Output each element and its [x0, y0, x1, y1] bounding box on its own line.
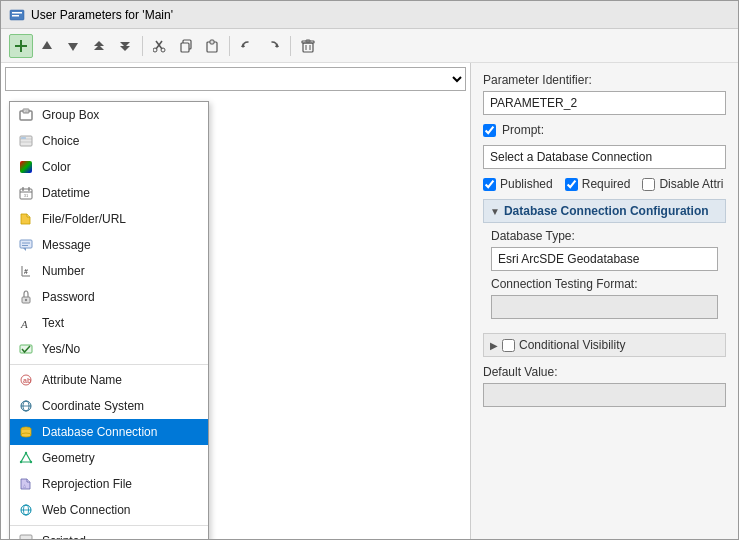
- menu-item-coordinate-system[interactable]: Coordinate System: [10, 393, 208, 419]
- menu-item-datetime[interactable]: 31 Datetime: [10, 180, 208, 206]
- conditional-visibility-title: Conditional Visibility: [519, 338, 626, 352]
- db-type-input[interactable]: [491, 247, 718, 271]
- menu-item-label: Coordinate System: [42, 399, 144, 413]
- menu-item-label: Database Connection: [42, 425, 157, 439]
- menu-item-label: Datetime: [42, 186, 90, 200]
- web-connection-icon: [18, 502, 34, 518]
- parameter-identifier-input[interactable]: [483, 91, 726, 115]
- menu-item-database-connection[interactable]: Database Connection: [10, 419, 208, 445]
- menu-item-label: Yes/No: [42, 342, 80, 356]
- message-icon: [18, 237, 34, 253]
- title-bar: User Parameters for 'Main': [1, 1, 738, 29]
- published-label: Published: [500, 177, 553, 191]
- db-config-content: Database Type: Connection Testing Format…: [483, 223, 726, 325]
- cut-button[interactable]: [148, 34, 172, 58]
- menu-item-group-box[interactable]: GB Group Box: [10, 102, 208, 128]
- menu-item-label: Text: [42, 316, 64, 330]
- svg-rect-21: [303, 43, 313, 52]
- file-icon: [18, 211, 34, 227]
- prompt-input[interactable]: [483, 145, 726, 169]
- menu-item-geometry[interactable]: Geometry: [10, 445, 208, 471]
- svg-text:A: A: [20, 318, 28, 330]
- svg-rect-4: [15, 45, 27, 47]
- svg-rect-18: [210, 40, 214, 44]
- menu-item-file[interactable]: File/Folder/URL: [10, 206, 208, 232]
- paste-button[interactable]: [200, 34, 224, 58]
- menu-item-number[interactable]: # Number: [10, 258, 208, 284]
- menu-item-text[interactable]: A Text: [10, 310, 208, 336]
- menu-item-label: Group Box: [42, 108, 99, 122]
- svg-rect-2: [12, 15, 19, 17]
- menu-item-attribute-name[interactable]: ab Attribute Name: [10, 367, 208, 393]
- delete-button[interactable]: [296, 34, 320, 58]
- svg-point-14: [161, 48, 165, 52]
- svg-text:>_: >_: [21, 537, 31, 539]
- parameter-select[interactable]: [5, 67, 466, 91]
- window-icon: [9, 7, 25, 23]
- svg-text:31: 31: [24, 193, 29, 198]
- password-icon: [18, 289, 34, 305]
- svg-marker-5: [42, 41, 52, 49]
- menu-divider-1: [10, 364, 208, 365]
- database-connection-icon: [18, 424, 34, 440]
- menu-item-password[interactable]: Password: [10, 284, 208, 310]
- window-title: User Parameters for 'Main': [31, 8, 173, 22]
- menu-item-choice[interactable]: Choice: [10, 128, 208, 154]
- collapse-icon: ▼: [490, 206, 500, 217]
- right-panel: Parameter Identifier: Prompt: Published: [471, 63, 738, 539]
- main-content: GB Group Box Choice: [1, 63, 738, 539]
- move-top-button[interactable]: [87, 34, 111, 58]
- menu-item-label: Password: [42, 290, 95, 304]
- menu-item-label: Attribute Name: [42, 373, 122, 387]
- move-down-button[interactable]: [61, 34, 85, 58]
- separator-1: [142, 36, 143, 56]
- svg-rect-39: [20, 240, 32, 248]
- menu-item-reprojection-file[interactable]: △ Reprojection File: [10, 471, 208, 497]
- scripted-icon: >_: [18, 533, 34, 539]
- published-checkbox[interactable]: [483, 178, 496, 191]
- conditional-visibility-checkbox[interactable]: [502, 339, 515, 352]
- copy-button[interactable]: [174, 34, 198, 58]
- svg-marker-58: [21, 453, 31, 462]
- prompt-row: Prompt:: [483, 123, 726, 137]
- undo-button[interactable]: [235, 34, 259, 58]
- dropdown-menu: GB Group Box Choice: [9, 101, 209, 539]
- menu-item-yesno[interactable]: Yes/No: [10, 336, 208, 362]
- expand-icon: ▶: [490, 340, 498, 351]
- svg-marker-6: [68, 43, 78, 51]
- color-icon: [18, 159, 34, 175]
- move-up-button[interactable]: [35, 34, 59, 58]
- db-config-header[interactable]: ▼ Database Connection Configuration: [483, 199, 726, 223]
- menu-item-scripted[interactable]: >_ Scripted: [10, 528, 208, 539]
- menu-item-message[interactable]: Message: [10, 232, 208, 258]
- menu-item-label: File/Folder/URL: [42, 212, 126, 226]
- menu-item-web-connection[interactable]: Web Connection: [10, 497, 208, 523]
- menu-item-label: Web Connection: [42, 503, 131, 517]
- yesno-icon: [18, 341, 34, 357]
- menu-item-label: Scripted: [42, 534, 86, 539]
- required-label: Required: [582, 177, 631, 191]
- svg-point-57: [21, 433, 31, 437]
- conditional-visibility-header[interactable]: ▶ Conditional Visibility: [483, 333, 726, 357]
- default-value-input[interactable]: [483, 383, 726, 407]
- parameter-identifier-label: Parameter Identifier:: [483, 73, 726, 87]
- options-row: Published Required Disable Attri: [483, 177, 726, 191]
- move-bottom-button[interactable]: [113, 34, 137, 58]
- menu-item-label: Choice: [42, 134, 79, 148]
- connection-testing-input[interactable]: [491, 295, 718, 319]
- svg-point-60: [30, 461, 32, 463]
- required-checkbox[interactable]: [565, 178, 578, 191]
- prompt-checkbox[interactable]: [483, 124, 496, 137]
- disable-attr-item: Disable Attri: [642, 177, 723, 191]
- svg-rect-16: [181, 43, 189, 52]
- svg-text:ab: ab: [23, 377, 31, 384]
- svg-point-13: [153, 48, 157, 52]
- menu-item-label: Reprojection File: [42, 477, 132, 491]
- menu-divider-2: [10, 525, 208, 526]
- default-value-label: Default Value:: [483, 365, 726, 379]
- reprojection-file-icon: △: [18, 476, 34, 492]
- add-button[interactable]: [9, 34, 33, 58]
- disable-attr-checkbox[interactable]: [642, 178, 655, 191]
- redo-button[interactable]: [261, 34, 285, 58]
- menu-item-color[interactable]: Color: [10, 154, 208, 180]
